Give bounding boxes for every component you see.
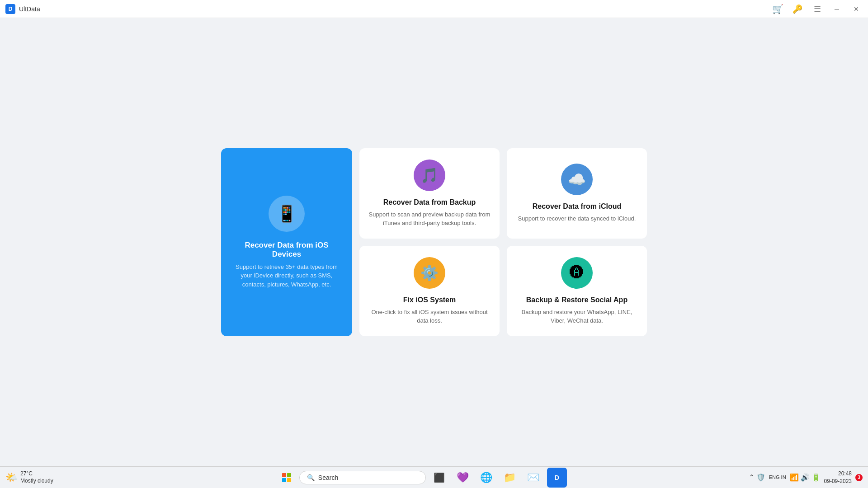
mail-icon[interactable]: ✉️ [524, 468, 543, 488]
menu-icon[interactable]: ☰ [811, 3, 824, 15]
social-card-title: Backup & Restore Social App [526, 296, 627, 304]
icloud-icon-circle: ☁️ [561, 164, 593, 195]
search-icon: 🔍 [307, 474, 315, 481]
backup-icon-circle: 🎵 [414, 160, 445, 191]
lang-text: ENG IN [769, 474, 786, 480]
weather-text: 27°C Mostly cloudy [20, 470, 53, 484]
taskbar-left: 🌤️ 27°C Mostly cloudy [5, 470, 96, 484]
taskbar: 🌤️ 27°C Mostly cloudy 🔍 Search ⬛ 💜 🌐 📁 ✉… [0, 466, 868, 488]
music-icon: 🎵 [420, 167, 439, 184]
time-display: 20:48 [824, 470, 852, 478]
search-label: Search [318, 474, 338, 481]
weather-icon: 🌤️ [5, 472, 18, 483]
chevron-up-icon[interactable]: ⌃ [749, 473, 755, 482]
card-social[interactable]: 🅐 Backup & Restore Social App Backup and… [507, 246, 647, 336]
antivirus-icon[interactable]: 🛡️ [756, 473, 765, 482]
minimize-button[interactable]: ─ [831, 4, 843, 14]
ultdata-taskbar-icon[interactable]: D [547, 468, 567, 488]
title-bar-right: 🛒 🔑 ☰ ─ ✕ [771, 3, 863, 15]
logo-letter: D [9, 6, 13, 12]
fix-card-title: Fix iOS System [403, 296, 456, 304]
ios-card-desc: Support to retrieve 35+ data types from … [230, 263, 343, 289]
win-square-1 [282, 473, 286, 477]
card-fix[interactable]: ⚙️ Fix iOS System One-click to fix all i… [359, 246, 500, 336]
cards-container: 📱 Recover Data from iOS Devices Support … [221, 148, 647, 336]
datetime-display[interactable]: 20:48 09-09-2023 [824, 470, 852, 485]
speaker-icon[interactable]: 🔊 [801, 473, 810, 482]
teams-icon[interactable]: 💜 [453, 468, 473, 488]
taskbar-center: 🔍 Search ⬛ 💜 🌐 📁 ✉️ D [278, 468, 567, 488]
social-card-desc: Backup and restore your WhatsApp, LINE, … [516, 308, 638, 325]
card-backup[interactable]: 🎵 Recover Data from Backup Support to sc… [359, 148, 500, 239]
key-icon[interactable]: 🔑 [791, 3, 804, 15]
backup-card-desc: Support to scan and preview backup data … [368, 210, 491, 228]
system-icons: 📶 🔊 🔋 [790, 473, 821, 482]
ios-icon: 📱 [269, 196, 305, 232]
search-bar[interactable]: 🔍 Search [299, 471, 426, 484]
start-button[interactable] [278, 469, 296, 487]
taskbar-right: ⌃ 🛡️ ENG IN 📶 🔊 🔋 20:48 09-09-2023 3 [749, 470, 863, 485]
card-icloud[interactable]: ☁️ Recover Data from iCloud Support to r… [507, 148, 647, 239]
win-square-2 [287, 473, 291, 477]
date-display: 09-09-2023 [824, 478, 852, 485]
fix-card-desc: One-click to fix all iOS system issues w… [368, 308, 491, 325]
fix-icon-circle: ⚙️ [414, 257, 445, 289]
title-bar: D UltData 🛒 🔑 ☰ ─ ✕ [0, 0, 868, 18]
cloud-icon: ☁️ [568, 171, 586, 188]
title-bar-left: D UltData [5, 4, 40, 14]
battery-icon[interactable]: 🔋 [811, 473, 821, 482]
app-logo: D [5, 4, 15, 14]
win-square-3 [282, 478, 286, 482]
ios-card-title: Recover Data from iOS Devices [230, 241, 343, 259]
app-store-icon: 🅐 [570, 264, 584, 281]
social-icon-circle: 🅐 [561, 257, 593, 289]
taskview-button[interactable]: ⬛ [429, 468, 449, 488]
weather-widget: 🌤️ 27°C Mostly cloudy [5, 470, 53, 484]
windows-logo [282, 473, 291, 482]
icloud-card-title: Recover Data from iCloud [533, 202, 621, 211]
chrome-icon[interactable]: 🌐 [476, 468, 496, 488]
icloud-card-desc: Support to recover the data synced to iC… [518, 214, 636, 223]
gear-icon: ⚙️ [420, 264, 439, 282]
card-ios[interactable]: 📱 Recover Data from iOS Devices Support … [221, 148, 352, 336]
notification-badge[interactable]: 3 [855, 474, 863, 481]
language-indicator[interactable]: ENG IN [769, 474, 786, 480]
backup-card-title: Recover Data from Backup [383, 198, 476, 206]
phone-icon: 📱 [277, 204, 297, 223]
tray-icons: ⌃ 🛡️ [749, 473, 765, 482]
wifi-icon[interactable]: 📶 [790, 473, 799, 482]
close-button[interactable]: ✕ [850, 4, 863, 14]
app-title: UltData [19, 5, 40, 13]
weather-desc: Mostly cloudy [20, 478, 53, 485]
file-explorer-icon[interactable]: 📁 [500, 468, 520, 488]
weather-temp: 27°C [20, 470, 53, 478]
cart-icon[interactable]: 🛒 [771, 3, 784, 15]
win-square-4 [287, 478, 291, 482]
main-content: 📱 Recover Data from iOS Devices Support … [0, 18, 868, 466]
